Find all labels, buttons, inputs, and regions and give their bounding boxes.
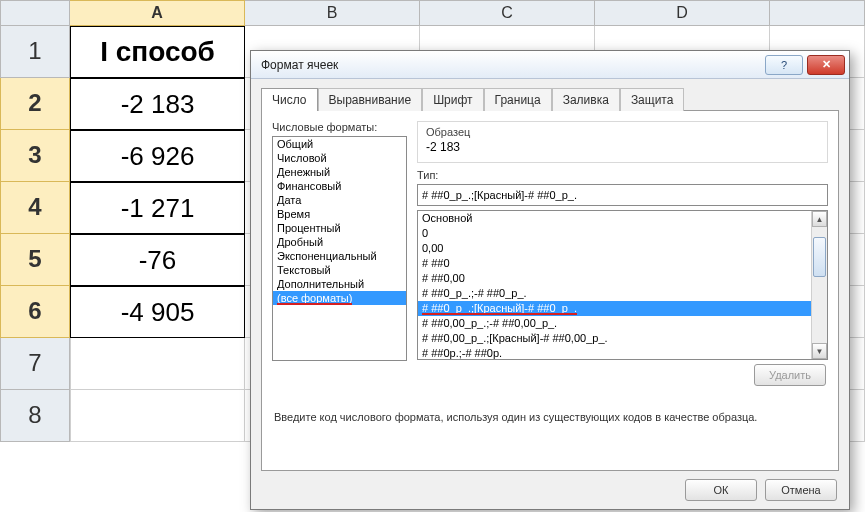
type-item-7[interactable]: # ##0,00_р_.;-# ##0,00_р_. (418, 316, 827, 331)
format-cells-dialog: Формат ячеек ? ✕ Число Выравнивание Шриф… (250, 50, 850, 510)
row-header-6[interactable]: 6 (0, 286, 70, 338)
column-header-b[interactable]: B (245, 0, 420, 26)
cell-a1[interactable]: I способ (70, 26, 245, 78)
format-item-custom[interactable]: (все форматы) (273, 291, 406, 305)
close-button[interactable]: ✕ (807, 55, 845, 75)
tab-protection[interactable]: Защита (620, 88, 685, 111)
type-item-3[interactable]: # ##0 (418, 256, 827, 271)
scroll-down-icon[interactable]: ▼ (812, 343, 827, 359)
column-header-d[interactable]: D (595, 0, 770, 26)
dialog-titlebar[interactable]: Формат ячеек ? ✕ (251, 51, 849, 79)
type-label: Тип: (417, 169, 828, 181)
scroll-up-icon[interactable]: ▲ (812, 211, 827, 227)
row-header-8[interactable]: 8 (0, 390, 70, 442)
formats-label: Числовые форматы: (272, 121, 407, 133)
type-item-9[interactable]: # ##0р.;-# ##0р. (418, 346, 827, 360)
row-header-2[interactable]: 2 (0, 78, 70, 130)
type-item-0[interactable]: Основной (418, 211, 827, 226)
cell-a6[interactable]: -4 905 (70, 286, 245, 338)
cell-a2[interactable]: -2 183 (70, 78, 245, 130)
type-item-5[interactable]: # ##0_р_.;-# ##0_р_. (418, 286, 827, 301)
format-item-general[interactable]: Общий (273, 137, 406, 151)
type-item-1[interactable]: 0 (418, 226, 827, 241)
column-header-row: A B C D (0, 0, 865, 26)
ok-button[interactable]: ОК (685, 479, 757, 501)
sample-value: -2 183 (426, 138, 819, 154)
help-button[interactable]: ? (765, 55, 803, 75)
cell-a7[interactable] (70, 338, 245, 390)
type-list[interactable]: Основной 0 0,00 # ##0 # ##0,00 # ##0_р_.… (417, 210, 828, 360)
sample-label: Образец (426, 126, 819, 138)
column-header-c[interactable]: C (420, 0, 595, 26)
column-header-a[interactable]: A (70, 0, 245, 26)
format-item-percentage[interactable]: Процентный (273, 221, 406, 235)
tab-number[interactable]: Число (261, 88, 318, 111)
dialog-title: Формат ячеек (261, 58, 761, 72)
select-all-corner[interactable] (0, 0, 70, 26)
sample-box: Образец -2 183 (417, 121, 828, 163)
scroll-thumb[interactable] (813, 237, 826, 277)
format-item-scientific[interactable]: Экспоненциальный (273, 249, 406, 263)
type-item-8[interactable]: # ##0,00_р_.;[Красный]-# ##0,00_р_. (418, 331, 827, 346)
cancel-button[interactable]: Отмена (765, 479, 837, 501)
row-header-5[interactable]: 5 (0, 234, 70, 286)
format-item-text[interactable]: Текстовый (273, 263, 406, 277)
type-item-2[interactable]: 0,00 (418, 241, 827, 256)
tab-body-number: Числовые форматы: Общий Числовой Денежны… (261, 111, 839, 471)
cell-a5[interactable]: -76 (70, 234, 245, 286)
format-item-time[interactable]: Время (273, 207, 406, 221)
number-formats-list[interactable]: Общий Числовой Денежный Финансовый Дата … (272, 136, 407, 361)
type-item-6[interactable]: # ##0_р_.;[Красный]-# ##0_р_. (418, 301, 827, 316)
format-item-currency[interactable]: Денежный (273, 165, 406, 179)
row-header-3[interactable]: 3 (0, 130, 70, 182)
type-item-4[interactable]: # ##0,00 (418, 271, 827, 286)
delete-button[interactable]: Удалить (754, 364, 826, 386)
cell-a4[interactable]: -1 271 (70, 182, 245, 234)
tab-font[interactable]: Шрифт (422, 88, 483, 111)
row-header-4[interactable]: 4 (0, 182, 70, 234)
column-header-e[interactable] (770, 0, 865, 26)
row-header-1[interactable]: 1 (0, 26, 70, 78)
tab-border[interactable]: Граница (484, 88, 552, 111)
scroll-track[interactable] (812, 227, 827, 343)
tabstrip: Число Выравнивание Шрифт Граница Заливка… (251, 79, 849, 110)
format-item-accounting[interactable]: Финансовый (273, 179, 406, 193)
row-header-7[interactable]: 7 (0, 338, 70, 390)
format-item-number[interactable]: Числовой (273, 151, 406, 165)
cell-a3[interactable]: -6 926 (70, 130, 245, 182)
tab-fill[interactable]: Заливка (552, 88, 620, 111)
hint-text: Введите код числового формата, используя… (274, 411, 826, 423)
format-item-fraction[interactable]: Дробный (273, 235, 406, 249)
format-item-special[interactable]: Дополнительный (273, 277, 406, 291)
dialog-buttons: ОК Отмена (685, 479, 837, 501)
cell-a8[interactable] (70, 390, 245, 442)
type-list-scrollbar[interactable]: ▲ ▼ (811, 211, 827, 359)
type-input[interactable] (417, 184, 828, 206)
tab-alignment[interactable]: Выравнивание (318, 88, 423, 111)
format-item-date[interactable]: Дата (273, 193, 406, 207)
